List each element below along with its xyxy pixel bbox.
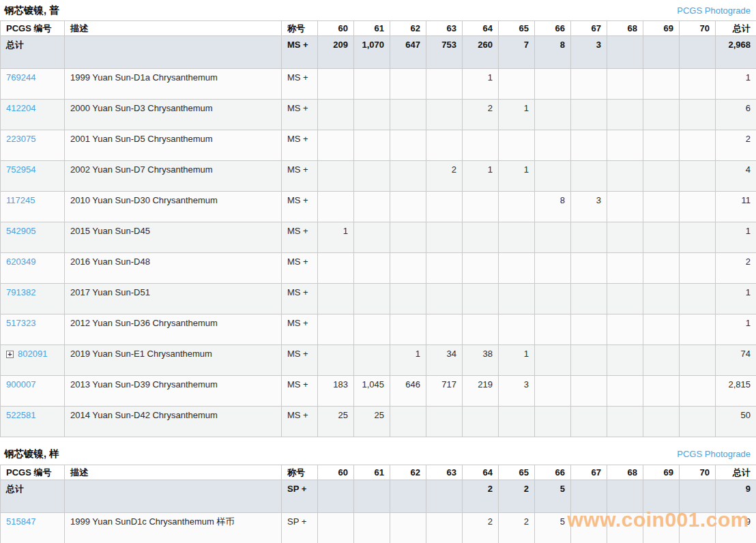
pcgs-number-link[interactable]: 620349 [6,256,35,267]
designation-cell: MS + [282,284,318,314]
grade-69-total-cell [643,480,680,513]
pcgs-number-link[interactable]: 522581 [6,410,35,420]
grade-62-cell [390,284,426,314]
grade-65-cell [499,314,535,345]
pcgs-number-link[interactable]: 769244 [6,72,35,83]
description-cell: 2019 Yuan Sun-E1 Chrysanthemum [65,345,282,376]
grade-66-cell [535,284,571,314]
column-header-description: 描述 [65,21,282,36]
grade-69-cell [643,513,680,543]
grade-70-cell [680,69,716,100]
expand-plus-icon[interactable]: + [6,351,14,358]
grade-69-cell [643,130,680,161]
designation-cell: MS + [282,36,318,69]
pcgs-number-link[interactable]: 752954 [6,164,35,175]
population-table: PCGS 编号描述称号6061626364656667686970总计总计MS … [0,20,756,437]
grade-64-cell: 219 [463,376,499,407]
pcgs-number-link[interactable]: 900007 [6,379,35,390]
row-total-cell: 1 [716,314,756,345]
grade-70-cell [680,100,716,130]
column-header-grade-61: 61 [354,465,390,480]
section-header: 钢芯镀镍, 样PCGS Photograde [0,437,756,465]
column-header-grade-65: 65 [499,465,535,480]
column-header-grade-66: 66 [535,21,571,36]
grade-63-cell [426,253,463,284]
description-cell: 2012 Yuan Sun-D36 Chrysanthemum [65,314,282,345]
designation-cell: MS + [282,253,318,284]
grade-69-cell [643,284,680,314]
pcgs-number-link[interactable]: 802091 [18,349,47,359]
grade-64-cell [463,314,499,345]
grade-65-cell [499,284,535,314]
grade-60-cell [318,345,354,376]
table-row: 5158471999 Yuan SunD1c Chrysanthemum 样币S… [1,513,756,543]
grade-67-cell [571,69,607,100]
grade-62-cell [390,314,426,345]
grade-63-cell [426,69,463,100]
grade-66-cell [535,100,571,130]
column-header-pcgs-number: PCGS 编号 [1,21,65,36]
table-row: +8020912019 Yuan Sun-E1 ChrysanthemumMS … [1,345,756,376]
grade-63-total-cell [426,480,463,513]
pcgs-number-cell: 412204 [1,100,65,130]
pcgs-number-link[interactable]: 223075 [6,134,35,144]
grade-65-cell: 3 [499,376,535,407]
grade-62-cell [390,253,426,284]
grade-63-cell [426,513,463,543]
grade-68-cell [607,513,643,543]
column-header-grade-64: 64 [463,21,499,36]
column-header-grade-70: 70 [680,465,716,480]
pcgs-number-link[interactable]: 117245 [6,195,35,205]
table-row: 7692441999 Yuan Sun-D1a ChrysanthemumMS … [1,69,756,100]
grade-60-cell [318,513,354,543]
grade-61-cell [354,314,390,345]
row-total-cell: 9 [716,513,756,543]
grade-60-cell [318,192,354,222]
grade-69-total-cell [643,36,680,69]
pcgs-number-link[interactable]: 517323 [6,318,35,328]
description-cell: 2002 Yuan Sun-D7 Chrysanthemum [65,161,282,192]
section-title: 钢芯镀镍, 样 [4,447,59,460]
description-cell: 2014 Yuan Sun-D42 Chrysanthemum [65,407,282,437]
grade-62-cell: 646 [390,376,426,407]
grade-61-total-cell [354,480,390,513]
grade-68-cell [607,161,643,192]
grade-62-cell [390,407,426,437]
grade-63-total-cell: 753 [426,36,463,69]
pcgs-photograde-link[interactable]: PCGS Photograde [677,5,751,16]
grade-65-cell: 2 [499,513,535,543]
column-header-row: PCGS 编号描述称号6061626364656667686970总计 [1,21,756,36]
pcgs-number-cell: 791382 [1,284,65,314]
grade-67-cell [571,130,607,161]
row-total-cell: 1 [716,222,756,253]
grade-67-cell [571,376,607,407]
grade-70-cell [680,513,716,543]
pcgs-number-link[interactable]: 542905 [6,226,35,236]
pcgs-photograde-link[interactable]: PCGS Photograde [677,449,751,459]
designation-cell: MS + [282,69,318,100]
description-cell: 2017 Yuan Sun-D51 [65,284,282,314]
grade-67-cell [571,513,607,543]
grand-total-cell: 2,968 [716,36,756,69]
grade-65-total-cell: 2 [499,480,535,513]
designation-cell: MS + [282,192,318,222]
designation-cell: MS + [282,345,318,376]
grade-61-cell [354,100,390,130]
pcgs-number-link[interactable]: 412204 [6,103,35,113]
totals-label-cell: 总计 [1,36,65,69]
grade-70-cell [680,314,716,345]
grade-69-cell [643,345,680,376]
grade-69-cell [643,100,680,130]
pcgs-number-link[interactable]: 515847 [6,516,35,527]
grade-64-cell [463,407,499,437]
grade-64-cell: 1 [463,69,499,100]
column-header-total: 总计 [716,465,756,480]
grade-63-cell: 34 [426,345,463,376]
grade-66-cell [535,161,571,192]
row-total-cell: 50 [716,407,756,437]
pcgs-number-cell: 542905 [1,222,65,253]
pcgs-number-link[interactable]: 791382 [6,287,35,297]
grade-68-cell [607,376,643,407]
grade-61-cell [354,69,390,100]
column-header-grade-69: 69 [643,21,680,36]
